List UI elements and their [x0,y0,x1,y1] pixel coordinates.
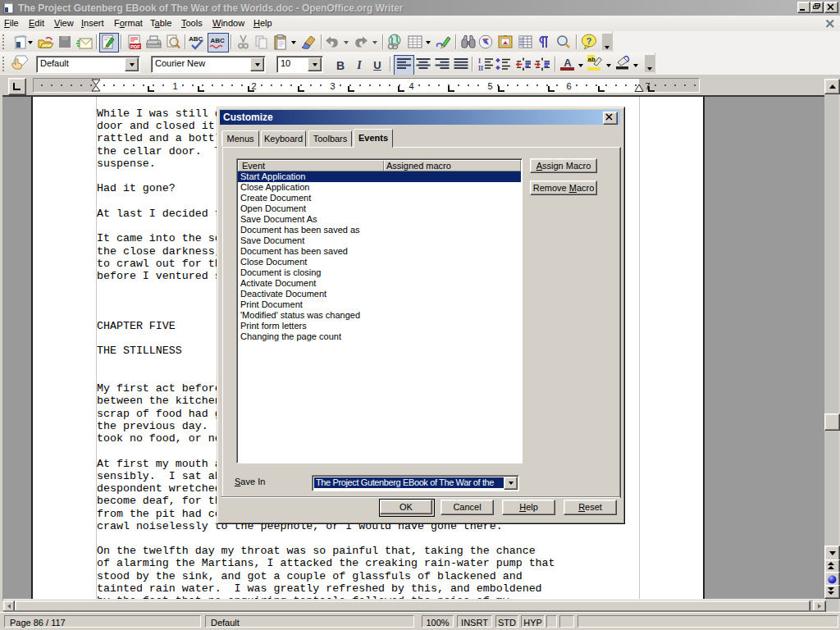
svg-text:I: I [478,57,481,65]
svg-text:?: ? [587,36,592,46]
svg-text:II: II [478,65,483,71]
svg-text:ABC: ABC [211,37,226,44]
svg-text:ab: ab [588,56,596,63]
svg-text:PDF: PDF [130,44,140,49]
